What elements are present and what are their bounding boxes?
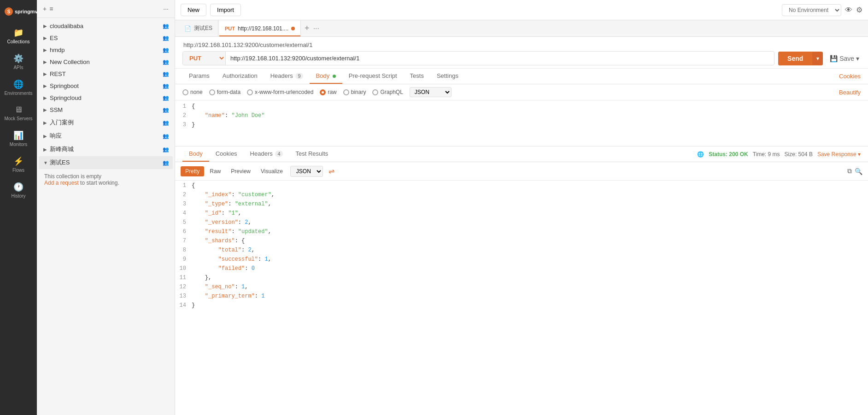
add-collection-button[interactable]: + (41, 4, 48, 14)
workspace-icon: S (5, 7, 13, 16)
collection-item-intro-case[interactable]: ▶ 入门案例 👥 (39, 116, 173, 129)
radio-raw-label: raw (328, 89, 336, 95)
sidebar-item-apis[interactable]: ⚙️ APIs (0, 49, 37, 75)
tab-headers[interactable]: Headers 9 (264, 69, 310, 84)
collection-item-rest[interactable]: ▶ REST 👥 (39, 68, 173, 80)
resp-line: 7 "_shards": { (175, 238, 868, 247)
collection-item-test-es[interactable]: ▼ 测试ES 👥 (39, 156, 173, 169)
resp-tab-test-results[interactable]: Test Results (289, 146, 335, 162)
chevron-icon: ▶ (43, 95, 50, 100)
filter-resp-button[interactable]: ⇌ (324, 165, 339, 177)
copy-response-button[interactable]: ⧉ (847, 167, 852, 175)
line-number: 13 (175, 293, 192, 299)
collection-label: REST (50, 70, 161, 77)
line-number: 2 (175, 192, 192, 198)
format-pretty-button[interactable]: Pretty (181, 166, 204, 176)
resp-line: 4 "_id": "1", (175, 210, 868, 219)
collection-item-hmdp[interactable]: ▶ hmdp 👥 (39, 44, 173, 56)
sidebar-item-environments[interactable]: 🌐 Environments (0, 75, 37, 100)
collection-item-xinfeng[interactable]: ▶ 新峰商城 👥 (39, 143, 173, 156)
radio-none-label: none (190, 89, 203, 95)
tab-tests[interactable]: Tests (404, 69, 430, 84)
collection-item-response[interactable]: ▶ 响应 👥 (39, 129, 173, 142)
line-content: "name": "John Doe" (192, 112, 868, 119)
tab-params[interactable]: Params (182, 69, 216, 84)
add-request-link[interactable]: Add a request (44, 180, 79, 186)
beautify-button[interactable]: Beautify (839, 89, 861, 96)
collection-item-springcloud[interactable]: ▶ Springcloud 👥 (39, 92, 173, 104)
format-preview-button[interactable]: Preview (226, 166, 255, 176)
tab-label: 测试ES (194, 24, 212, 32)
response-format-select[interactable]: JSON XML Text (290, 166, 323, 177)
tab-authorization[interactable]: Authorization (216, 69, 264, 84)
sidebar-item-mock-servers[interactable]: 🖥 Mock Servers (0, 100, 37, 126)
team-icon: 👥 (163, 23, 169, 29)
radio-raw[interactable]: raw (320, 89, 336, 95)
send-dropdown-button[interactable]: ▾ (812, 52, 823, 65)
tab-more-button[interactable]: ··· (313, 24, 319, 33)
radio-binary-circle (343, 89, 349, 95)
collection-label: ES (50, 35, 161, 41)
add-tab-button[interactable]: + (302, 23, 312, 33)
line-content: "_shards": { (192, 238, 868, 244)
tab-settings[interactable]: Settings (430, 69, 465, 84)
sidebar-item-monitors[interactable]: 📊 Monitors (0, 126, 37, 152)
format-visualize-button[interactable]: Visualize (256, 166, 287, 176)
radio-form-data[interactable]: form-data (209, 89, 240, 95)
sidebar-item-history[interactable]: 🕐 History (0, 177, 37, 203)
code-line: 2 "name": "John Doe" (175, 112, 868, 122)
resp-tab-cookies[interactable]: Cookies (209, 146, 244, 162)
radio-binary[interactable]: binary (343, 89, 366, 95)
resp-line: 2 "_index": "customer", (175, 192, 868, 201)
settings-icon[interactable]: ⚙ (856, 6, 862, 14)
resp-tab-body[interactable]: Body (182, 146, 209, 162)
collection-item-new-collection[interactable]: ▶ New Collection 👥 (39, 56, 173, 68)
save-response-button[interactable]: Save Response ▾ (817, 151, 861, 158)
send-button-group: Send ▾ (778, 52, 823, 65)
radio-urlencoded[interactable]: x-www-form-urlencoded (247, 89, 313, 95)
tab-pre-request[interactable]: Pre-request Script (342, 69, 404, 84)
team-icon: 👥 (163, 120, 169, 126)
collection-item-es[interactable]: ▶ ES 👥 (39, 32, 173, 44)
collection-item-ssm[interactable]: ▶ SSM 👥 (39, 104, 173, 116)
save-button[interactable]: 💾 Save ▾ (828, 53, 861, 64)
workspace-logo[interactable]: S springmvc (0, 4, 37, 19)
radio-none[interactable]: none (182, 89, 203, 95)
body-options: none form-data x-www-form-urlencoded raw… (175, 84, 868, 100)
tab-put-request[interactable]: PUT http://192.168.101.... (219, 20, 301, 36)
environment-select[interactable]: No Environment (782, 4, 841, 16)
collections-more-button[interactable]: ··· (162, 4, 170, 14)
line-content: "total": 2, (192, 247, 868, 253)
collection-item-springboot[interactable]: ▶ Springboot 👥 (39, 80, 173, 92)
sidebar-item-flows[interactable]: ⚡ Flows (0, 152, 37, 177)
format-raw-button[interactable]: Raw (205, 166, 225, 176)
import-button[interactable]: Import (210, 4, 241, 16)
collection-item-cloudalibaba[interactable]: ▶ cloudalibaba 👥 (39, 20, 173, 32)
new-button[interactable]: New (181, 4, 206, 16)
cookies-button[interactable]: Cookies (839, 73, 861, 80)
url-input[interactable] (226, 52, 774, 65)
resp-line: 5 "_version": 2, (175, 219, 868, 228)
line-content: "_seq_no": 1, (192, 284, 868, 290)
team-icon: 👥 (163, 71, 169, 77)
sidebar-item-collections[interactable]: 📁 Collections (0, 23, 37, 49)
tab-body[interactable]: Body (310, 69, 342, 84)
search-response-button[interactable]: 🔍 (855, 167, 862, 175)
body-format-select[interactable]: JSON Text JavaScript XML HTML (410, 87, 452, 97)
radio-graphql-label: GraphQL (380, 89, 403, 95)
method-select[interactable]: PUT GET POST DELETE PATCH (183, 52, 226, 65)
code-line: 1 { (175, 103, 868, 112)
resp-line: 1 { (175, 182, 868, 192)
eye-icon[interactable]: 👁 (845, 6, 852, 14)
tab-ceshi-es[interactable]: 📄 测试ES (179, 20, 218, 36)
response-size: Size: 504 B (785, 151, 813, 158)
resp-tab-headers[interactable]: Headers 4 (244, 146, 289, 162)
globe-icon: 🌐 (697, 151, 704, 158)
radio-graphql[interactable]: GraphQL (372, 89, 403, 95)
filter-collections-button[interactable]: ≡ (48, 4, 54, 14)
line-number: 8 (175, 247, 192, 253)
line-number: 12 (175, 284, 192, 290)
request-body-editor[interactable]: 1 { 2 "name": "John Doe" 3 } (175, 100, 868, 146)
send-button[interactable]: Send (778, 52, 812, 65)
chevron-icon: ▶ (43, 83, 50, 88)
